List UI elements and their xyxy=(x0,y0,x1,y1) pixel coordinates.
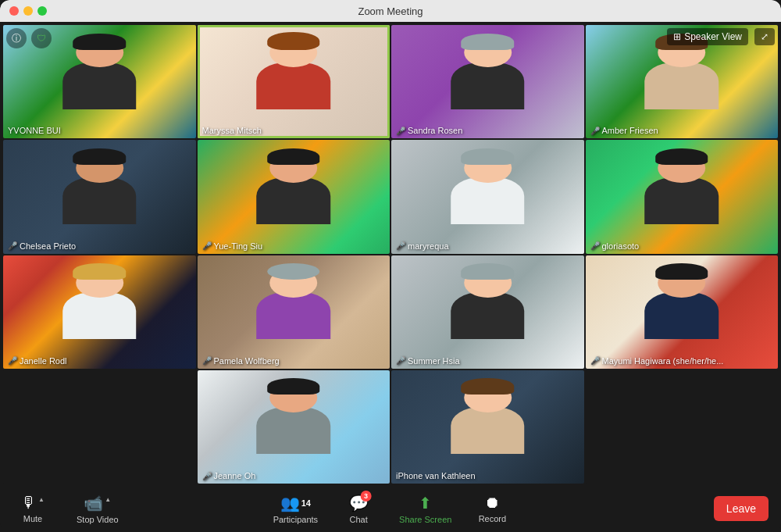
chat-button[interactable]: 💬 3 Chat xyxy=(338,491,379,527)
video-cell-maryssa[interactable]: Maryssa Mitsch xyxy=(198,25,390,138)
participant-name-gloria: 🎤 gloriasoto xyxy=(590,241,640,251)
mute-button[interactable]: 🎙 ▲ Mute xyxy=(12,491,53,527)
title-bar: Zoom Meeting xyxy=(0,0,781,22)
video-cell-sandra[interactable]: 🎤 Sandra Rosen xyxy=(391,25,584,138)
mute-label: Mute xyxy=(23,514,42,523)
empty-cell-1 xyxy=(3,370,196,484)
stop-video-label: Stop Video xyxy=(77,515,119,524)
participant-name-maryssa: Maryssa Mitsch xyxy=(202,126,262,135)
participant-name-pamela: 🎤 Pamela Wolfberg xyxy=(202,356,280,366)
video-cell-chelsea[interactable]: 🎤 Chelsea Prieto xyxy=(3,140,196,253)
video-cell-iphone-kathleen[interactable]: iPhone van Kathleen xyxy=(391,370,584,484)
video-cell-summer[interactable]: 🎤 Summer Hsia xyxy=(391,255,584,369)
chat-badge-container: 💬 3 xyxy=(349,494,369,512)
participant-name-yvonne: YVONNE BUI xyxy=(8,126,61,135)
speaker-view-button[interactable]: ⊞ Speaker View xyxy=(667,28,748,45)
video-grid: YVONNE BUI Maryssa Mitsch 🎤 Sandra Rosen xyxy=(3,25,778,482)
minimize-button[interactable] xyxy=(23,6,33,16)
participants-icon: 👥 xyxy=(280,494,300,512)
empty-cell-2 xyxy=(586,370,779,484)
mute-chevron: ▲ xyxy=(38,496,45,503)
window-title: Zoom Meeting xyxy=(358,5,423,17)
toolbar-center: 👥 14 Participants 💬 3 Chat ⬆ Share Scree… xyxy=(269,491,513,527)
toolbar: 🎙 ▲ Mute 📹 ▲ Stop Video 👥 14 Participant… xyxy=(0,485,781,532)
top-right-controls[interactable]: ⊞ Speaker View ⤢ xyxy=(667,28,775,45)
grid-icon: ⊞ xyxy=(673,31,681,42)
participants-button[interactable]: 👥 14 Participants xyxy=(269,491,323,527)
record-button[interactable]: ⏺ Record xyxy=(472,491,512,527)
share-screen-button[interactable]: ⬆ Share Screen xyxy=(394,491,456,527)
participant-name-janelle: 🎤 Janelle Rodl xyxy=(8,356,67,366)
participant-name-summer: 🎤 Summer Hsia xyxy=(396,356,460,366)
video-cell-mayumi[interactable]: 🎤 Mayumi Hagiwara (she/her/he... xyxy=(586,255,779,369)
video-cell-jeanne[interactable]: 🎤 Jeanne Oh xyxy=(198,370,390,484)
mic-muted-icon-amber: 🎤 xyxy=(590,127,600,135)
close-button[interactable] xyxy=(9,6,19,16)
window-controls xyxy=(9,6,47,16)
maximize-button[interactable] xyxy=(37,6,47,16)
mic-muted-icon-sandra: 🎤 xyxy=(396,127,405,135)
video-cell-maryrequa[interactable]: 🎤 maryrequa xyxy=(391,140,584,253)
share-screen-icon: ⬆ xyxy=(419,494,432,512)
participant-name-jeanne: 🎤 Jeanne Oh xyxy=(202,471,256,480)
video-cell-pamela[interactable]: 🎤 Pamela Wolfberg xyxy=(198,255,390,369)
participant-name-amber: 🎤 Amber Friesen xyxy=(590,126,658,135)
participant-name-mayumi: 🎤 Mayumi Hagiwara (she/her/he... xyxy=(590,356,724,366)
video-icon: 📹 xyxy=(84,494,103,512)
chat-badge: 3 xyxy=(361,491,372,502)
participant-name-sandra: 🎤 Sandra Rosen xyxy=(396,126,462,135)
toolbar-right: Leave xyxy=(714,496,769,521)
participant-count: 14 xyxy=(301,498,311,508)
video-cell-gloria[interactable]: 🎤 gloriasoto xyxy=(586,140,779,253)
video-cell-janelle[interactable]: 🎤 Janelle Rodl xyxy=(3,255,196,369)
share-screen-label: Share Screen xyxy=(399,515,451,524)
record-icon: ⏺ xyxy=(484,494,500,512)
video-cell-yueting[interactable]: 🎤 Yue-Ting Siu xyxy=(198,140,390,253)
video-chevron: ▲ xyxy=(105,496,111,503)
main-video-area: ⓘ 🛡 ⊞ Speaker View ⤢ YVONNE BUI xyxy=(0,22,781,485)
leave-button[interactable]: Leave xyxy=(714,496,769,521)
mute-icon: 🎙 xyxy=(21,494,37,512)
participant-name-chelsea: 🎤 Chelsea Prieto xyxy=(8,241,76,251)
fullscreen-button[interactable]: ⤢ xyxy=(754,28,775,45)
participant-name-yueting: 🎤 Yue-Ting Siu xyxy=(202,241,263,251)
participant-name-iphone-kathleen: iPhone van Kathleen xyxy=(396,471,476,480)
chat-label: Chat xyxy=(349,515,367,524)
stop-video-button[interactable]: 📹 ▲ Stop Video xyxy=(72,491,123,527)
speaker-view-label: Speaker View xyxy=(684,31,742,42)
video-cell-yvonne[interactable]: YVONNE BUI xyxy=(3,25,196,138)
participants-label: Participants xyxy=(273,515,318,524)
toolbar-left: 🎙 ▲ Mute 📹 ▲ Stop Video xyxy=(12,491,123,527)
record-label: Record xyxy=(479,514,506,523)
participant-name-maryrequa: 🎤 maryrequa xyxy=(396,241,449,251)
